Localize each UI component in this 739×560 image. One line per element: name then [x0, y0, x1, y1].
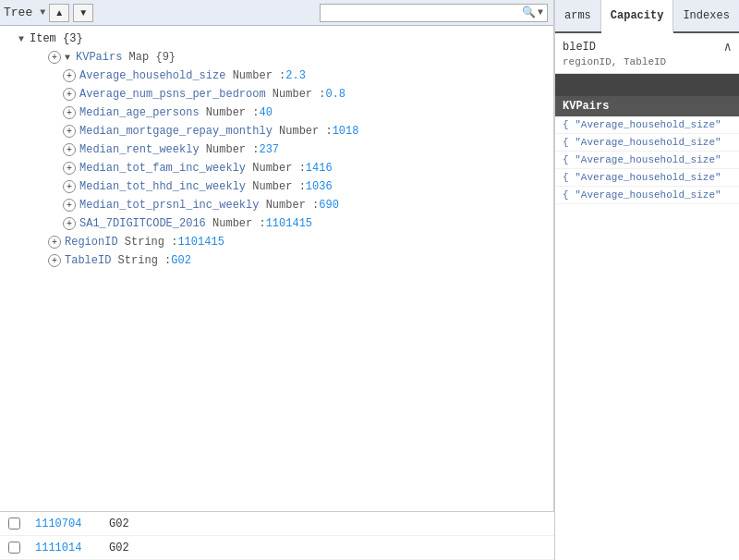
- tree-row-regionid: + RegionID String : 1101415: [0, 233, 553, 251]
- index-title: bleID: [563, 41, 596, 54]
- add-tableid-button[interactable]: +: [48, 254, 61, 267]
- avg-psns-key: Average_num_psns_per_bedroom: [79, 88, 266, 101]
- dark-section: [555, 74, 739, 96]
- median-age-key: Median_age_persons: [79, 106, 200, 119]
- prsnl-inc-type: Number :: [259, 199, 319, 212]
- kvpairs-header: KVPairs: [555, 96, 739, 116]
- add-fam-inc-button[interactable]: +: [63, 162, 76, 175]
- tree-toolbar: Tree ▼ ▲ ▼ 🔍 ▼: [0, 0, 553, 26]
- kvpairs-expand-icon[interactable]: ▼: [65, 53, 74, 63]
- fam-inc-type: Number :: [246, 162, 306, 175]
- search-icon: 🔍: [522, 6, 536, 19]
- prsnl-inc-key: Median_tot_prsnl_inc_weekly: [79, 199, 259, 212]
- kvpairs-content: { "Average_household_size" { "Average_ho…: [555, 116, 739, 560]
- tab-capacity-label: Capacity: [611, 9, 664, 22]
- hhd-inc-key: Median_tot_hhd_inc_weekly: [79, 180, 246, 193]
- rent-type: Number :: [200, 143, 260, 156]
- fam-inc-value: 1416: [306, 162, 333, 175]
- bottom-table-row-1: 1110704 G02: [0, 512, 554, 536]
- tree-row-sa1: + SA1_7DIGITCODE_2016 Number : 1101415: [0, 214, 553, 233]
- fam-inc-key: Median_tot_fam_inc_weekly: [79, 162, 246, 175]
- regionid-type: String :: [118, 236, 178, 249]
- expand-icon[interactable]: ▼: [18, 34, 28, 44]
- tree-row-avg-psns: + Average_num_psns_per_bedroom Number : …: [0, 85, 553, 103]
- tree-row-rent: + Median_rent_weekly Number : 237: [0, 140, 553, 159]
- avg-psns-type: Number :: [266, 88, 326, 101]
- row-code-2: G02: [102, 542, 157, 554]
- kvpairs-item: + ▼ KVPairs Map {9}: [0, 48, 553, 67]
- index-section: bleID ∧ regionID, TableID: [555, 33, 739, 74]
- checkbox-cell-2[interactable]: [0, 542, 28, 554]
- checkbox-cell-1[interactable]: [0, 517, 28, 530]
- avg-household-value: 2.3: [285, 69, 306, 82]
- add-sa1-button[interactable]: +: [63, 217, 76, 230]
- index-subtitle: regionID, TableID: [563, 56, 732, 67]
- tree-row-prsnl-inc: + Median_tot_prsnl_inc_weekly Number : 6…: [0, 196, 553, 214]
- add-prsnl-inc-button[interactable]: +: [63, 199, 76, 212]
- kv-row-2: { "Average_household_size": [555, 134, 739, 152]
- kvpairs-type: Map {9}: [122, 51, 176, 64]
- right-content: bleID ∧ regionID, TableID KVPairs { "Ave…: [555, 33, 739, 560]
- search-dropdown-icon[interactable]: ▼: [538, 7, 543, 18]
- avg-psns-value: 0.8: [325, 88, 345, 101]
- tab-indexes-label: Indexes: [683, 9, 729, 22]
- tab-capacity[interactable]: Capacity: [601, 0, 674, 33]
- search-bar: 🔍 ▼: [320, 4, 548, 22]
- tableid-type: String :: [111, 254, 171, 267]
- tree-row-avg-household: + Average_household_size Number : 2.3: [0, 67, 553, 85]
- kv-row-3: { "Average_household_size": [555, 152, 739, 169]
- tableid-key: TableID: [65, 254, 111, 267]
- index-header: bleID ∧: [563, 39, 732, 55]
- add-rent-button[interactable]: +: [63, 143, 76, 156]
- tree-row-hhd-inc: + Median_tot_hhd_inc_weekly Number : 103…: [0, 177, 553, 196]
- tree-label: Tree: [4, 6, 32, 19]
- bottom-table-row-2: 1111014 G02: [0, 536, 554, 560]
- mortgage-value: 1018: [333, 125, 359, 138]
- row-id-2[interactable]: 1111014: [28, 542, 102, 554]
- kv-row-4: { "Average_household_size": [555, 169, 739, 187]
- kv-row-5: { "Average_household_size": [555, 187, 739, 204]
- tab-arms[interactable]: arms: [555, 0, 601, 31]
- regionid-key: RegionID: [65, 236, 118, 249]
- tree-row-mortgage: + Median_mortgage_repay_monthly Number :…: [0, 122, 553, 140]
- add-hhd-inc-button[interactable]: +: [63, 180, 76, 193]
- tree-row-median-age: + Median_age_persons Number : 40: [0, 103, 553, 122]
- median-age-type: Number :: [200, 106, 260, 119]
- mortgage-type: Number :: [273, 125, 333, 138]
- add-mortgage-button[interactable]: +: [63, 125, 76, 138]
- tree-dropdown-arrow[interactable]: ▼: [40, 7, 45, 18]
- collapse-icon[interactable]: ∧: [724, 39, 732, 55]
- row-checkbox-2[interactable]: [8, 542, 20, 554]
- mortgage-key: Median_mortgage_repay_monthly: [79, 125, 273, 138]
- row-checkbox-1[interactable]: [8, 517, 20, 530]
- regionid-value: 1101415: [177, 236, 224, 249]
- root-label: Item {3}: [30, 32, 83, 45]
- add-avg-psns-button[interactable]: +: [63, 88, 76, 101]
- kv-row-1: { "Average_household_size": [555, 116, 739, 134]
- tabs-bar: arms Capacity Indexes: [555, 0, 739, 33]
- tree-root-item: ▼ Item {3}: [0, 30, 553, 48]
- tableid-value: G02: [171, 254, 191, 267]
- tab-indexes[interactable]: Indexes: [673, 0, 739, 31]
- median-age-value: 40: [259, 106, 272, 119]
- sa1-key: SA1_7DIGITCODE_2016: [79, 217, 206, 230]
- search-input[interactable]: [324, 6, 522, 19]
- add-regionid-button[interactable]: +: [48, 236, 61, 249]
- prsnl-inc-value: 690: [319, 199, 339, 212]
- sa1-type: Number :: [206, 217, 266, 230]
- sa1-value: 1101415: [266, 217, 312, 230]
- rent-key: Median_rent_weekly: [79, 143, 200, 156]
- add-median-age-button[interactable]: +: [63, 106, 76, 119]
- hhd-inc-type: Number :: [246, 180, 306, 193]
- row-id-1[interactable]: 1110704: [28, 517, 102, 530]
- hhd-inc-value: 1036: [306, 180, 333, 193]
- tree-row-tableid: + TableID String : G02: [0, 251, 553, 270]
- tab-arms-label: arms: [564, 9, 591, 22]
- scroll-down-button[interactable]: ▼: [73, 4, 93, 22]
- add-kvpairs-button[interactable]: +: [48, 51, 61, 64]
- tree-row-fam-inc: + Median_tot_fam_inc_weekly Number : 141…: [0, 159, 553, 177]
- add-avg-household-button[interactable]: +: [63, 69, 76, 82]
- scroll-up-button[interactable]: ▲: [49, 4, 69, 22]
- avg-household-key: Average_household_size: [79, 69, 225, 82]
- kvpairs-key: KVPairs: [76, 51, 122, 64]
